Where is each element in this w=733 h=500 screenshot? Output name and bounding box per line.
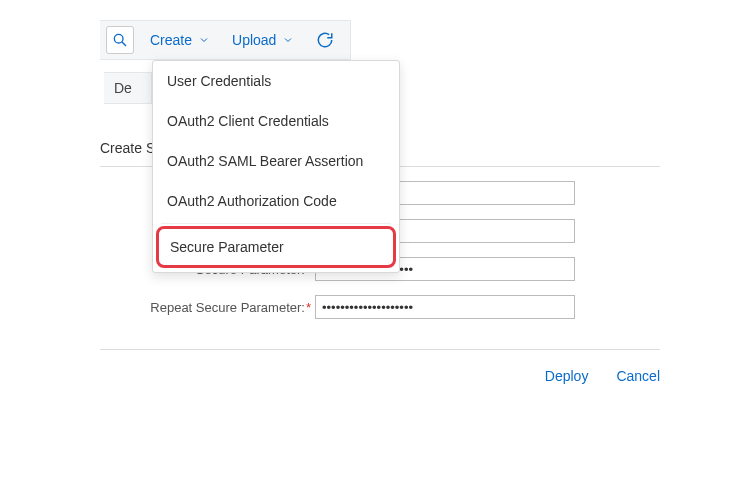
refresh-button[interactable] xyxy=(316,31,334,49)
dropdown-separator xyxy=(161,223,391,224)
refresh-icon xyxy=(316,31,334,49)
label-repeat-secure-param: Repeat Secure Parameter:* xyxy=(100,300,315,315)
cancel-button[interactable]: Cancel xyxy=(616,368,660,384)
chevron-down-icon xyxy=(282,34,294,46)
dropdown-item-oauth2-saml[interactable]: OAuth2 SAML Bearer Assertion xyxy=(153,141,399,181)
toolbar-area: Create Upload De User Credentials OAuth2… xyxy=(100,20,351,60)
upload-label: Upload xyxy=(232,32,276,48)
search-icon xyxy=(112,32,128,48)
deploy-button[interactable]: Deploy xyxy=(545,368,589,384)
de-stub: De xyxy=(104,72,152,104)
dropdown-item-secure-parameter[interactable]: Secure Parameter xyxy=(156,226,396,268)
dropdown-item-user-credentials[interactable]: User Credentials xyxy=(153,61,399,101)
upload-button[interactable]: Upload xyxy=(232,32,294,48)
dropdown-item-oauth2-authcode[interactable]: OAuth2 Authorization Code xyxy=(153,181,399,221)
search-button[interactable] xyxy=(106,26,134,54)
toolbar: Create Upload xyxy=(100,20,351,60)
dropdown-item-oauth2-client[interactable]: OAuth2 Client Credentials xyxy=(153,101,399,141)
repeat-secure-parameter-input[interactable] xyxy=(315,295,575,319)
svg-line-1 xyxy=(122,42,126,46)
chevron-down-icon xyxy=(198,34,210,46)
create-label: Create xyxy=(150,32,192,48)
row-repeat-secure-param: Repeat Secure Parameter:* xyxy=(100,295,660,319)
svg-point-0 xyxy=(114,34,123,43)
form-buttons: Deploy Cancel xyxy=(100,349,660,384)
create-dropdown: User Credentials OAuth2 Client Credentia… xyxy=(152,60,400,273)
create-button[interactable]: Create xyxy=(150,32,210,48)
